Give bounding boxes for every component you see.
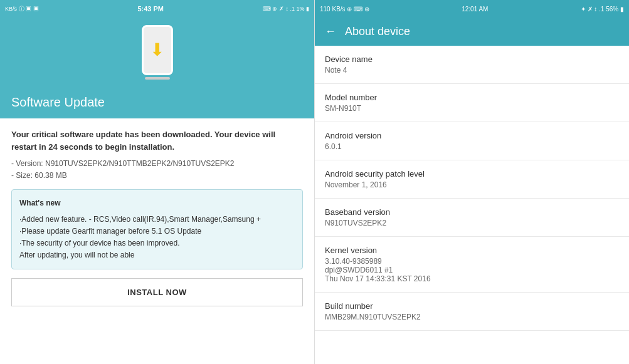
left-status-icons: KB/s ⓘ ▣ ▣ [5,5,39,13]
about-header: ← About device [315,18,629,46]
update-message: Your critical software update has been d… [11,128,303,153]
install-btn-area: INSTALL NOW [11,278,303,311]
info-label-3: Android security patch level [325,169,619,179]
info-value-2: 6.0.1 [325,142,619,151]
info-value-1: SM-N910T [325,104,619,113]
version-line1: - Version: N910TUVS2EPK2/N910TTMB2EPK2/N… [11,158,303,170]
phone-body: ⬇ [142,25,173,75]
right-status-time: 12:01 AM [462,6,488,13]
status-bar-left: KB/s ⓘ ▣ ▣ 5:43 PM ⌨ ⊕ ✗ ↕ .1 1% ▮ [0,0,314,18]
phone-icon: ⬇ [139,25,176,80]
info-row-6: Build numberMMB29M.N910TUVS2EPK2 [315,293,629,331]
info-value-3: November 1, 2016 [325,180,619,189]
whats-new-item-1: ·Please update Gearfit manager before 5.… [19,226,295,237]
left-panel: KB/s ⓘ ▣ ▣ 5:43 PM ⌨ ⊕ ✗ ↕ .1 1% ▮ ⬇ Sof… [0,0,315,364]
info-row-5: Kernel version3.10.40-9385989 dpi@SWDD60… [315,237,629,293]
info-row-3: Android security patch levelNovember 1, … [315,160,629,199]
install-now-button[interactable]: INSTALL NOW [11,278,303,306]
version-line2: - Size: 60.38 MB [11,170,303,182]
back-arrow-icon[interactable]: ← [325,25,336,38]
info-value-6: MMB29M.N910TUVS2EPK2 [325,313,619,321]
left-status-right-icons: ⌨ ⊕ ✗ ↕ .1 1% ▮ [263,6,309,12]
info-label-0: Device name [325,55,619,64]
whats-new-title: What's new [19,197,295,209]
status-bar-right: 110 KB/s ⊕ ⌨ ⊕ 12:01 AM ✦ ✗ ↕ .1 56% ▮ [315,0,629,18]
phone-bottom-bar [145,77,170,80]
info-label-1: Model number [325,93,619,102]
info-label-6: Build number [325,301,619,311]
right-panel: 110 KB/s ⊕ ⌨ ⊕ 12:01 AM ✦ ✗ ↕ .1 56% ▮ ←… [315,0,629,364]
download-arrow-icon: ⬇ [150,41,164,59]
whats-new-item-0: ·Added new feature. - RCS,Video call(IR.… [19,214,295,226]
right-status-right-icons: ✦ ✗ ↕ .1 56% ▮ [581,6,624,13]
whats-new-box: What's new ·Added new feature. - RCS,Vid… [11,189,303,269]
left-status-time: 5:43 PM [137,5,164,13]
info-row-2: Android version6.0.1 [315,122,629,160]
update-content: Your critical software update has been d… [0,118,314,364]
info-row-4: Baseband versionN910TUVS2EPK2 [315,199,629,237]
software-update-header: Software Update [0,86,314,118]
about-device-title: About device [345,25,410,38]
info-row-0: Device nameNote 4 [315,46,629,84]
update-version-info: - Version: N910TUVS2EPK2/N910TTMB2EPK2/N… [11,158,303,182]
whats-new-item-3: After updating, you will not be able [19,249,295,261]
software-update-title: Software Update [11,95,303,110]
phone-image-area: ⬇ [0,18,314,86]
info-value-0: Note 4 [325,66,619,75]
info-label-4: Baseband version [325,207,619,217]
info-row-1: Model numberSM-N910T [315,84,629,122]
info-value-4: N910TUVS2EPK2 [325,219,619,227]
info-value-5: 3.10.40-9385989 dpi@SWDD6011 #1 Thu Nov … [325,257,619,283]
update-message-bold: Your critical software update has been d… [11,130,275,152]
device-info-list: Device nameNote 4Model numberSM-N910TAnd… [315,46,629,364]
right-status-left-icons: 110 KB/s ⊕ ⌨ ⊕ [320,6,369,13]
whats-new-item-2: ·The security of your device has been im… [19,237,295,249]
info-label-2: Android version [325,131,619,140]
info-label-5: Kernel version [325,246,619,255]
